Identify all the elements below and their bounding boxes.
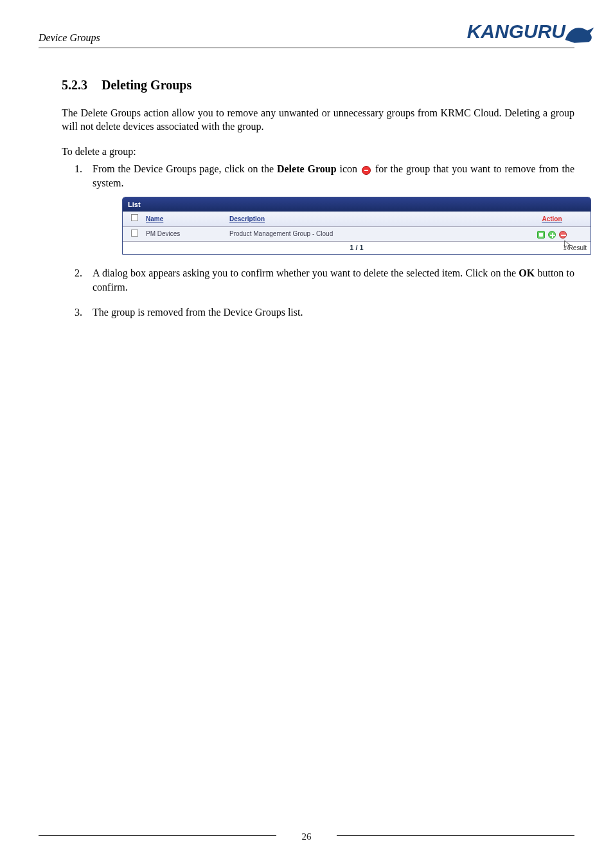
step-2-text-a: A dialog box appears asking you to confi…	[93, 267, 519, 278]
step-3-text: The group is removed from the Device Gro…	[93, 307, 303, 318]
row-checkbox[interactable]	[131, 230, 138, 237]
delete-group-icon[interactable]	[559, 231, 567, 239]
step-number: 1.	[75, 162, 82, 176]
table-row: PM Devices Product Management Group - Cl…	[123, 227, 591, 242]
pager-text: 1 / 1	[350, 243, 363, 253]
list-footer: 1 / 1 1 Result	[123, 242, 591, 254]
page-header: Device Groups KANGURU	[39, 32, 574, 48]
cursor-icon	[564, 240, 573, 250]
select-all-checkbox[interactable]	[131, 214, 138, 221]
header-checkbox-cell	[123, 212, 146, 226]
row-name: PM Devices	[146, 227, 229, 241]
step-1-text-c: icon	[337, 163, 360, 174]
lead-sentence: To delete a group:	[62, 145, 574, 159]
col-header-name[interactable]: Name	[146, 212, 229, 226]
delete-group-icon	[362, 166, 371, 175]
row-description: Product Management Group - Cloud	[229, 227, 513, 241]
brand-logo: KANGURU	[467, 21, 595, 46]
edit-group-icon[interactable]	[537, 231, 545, 239]
steps-list: 1. From the Device Groups page, click on…	[62, 162, 574, 320]
header-breadcrumb: Device Groups	[39, 32, 100, 44]
section-number: 5.2.3	[62, 78, 87, 93]
col-header-action: Action	[513, 212, 591, 226]
result-count: 1 Result	[563, 244, 587, 253]
list-title: List	[123, 197, 591, 212]
step-3: 3. The group is removed from the Device …	[75, 305, 574, 320]
step-number: 3.	[75, 305, 82, 320]
section-title: Deleting Groups	[102, 78, 191, 92]
step-number: 2.	[75, 266, 82, 280]
page-number: 26	[0, 831, 613, 842]
section-heading: 5.2.3Deleting Groups	[62, 78, 574, 93]
col-header-description[interactable]: Description	[229, 212, 513, 226]
step-2: 2. A dialog box appears asking you to co…	[75, 266, 574, 294]
step-1-text-b: Delete Group	[277, 163, 337, 174]
device-groups-list-screenshot: List Name Description Action PM Devices …	[122, 197, 591, 255]
kangaroo-icon	[564, 24, 595, 46]
step-2-text-b: OK	[519, 267, 535, 278]
list-header-row: Name Description Action	[123, 212, 591, 227]
row-actions	[513, 227, 591, 241]
step-1-text-a: From the Device Groups page, click on th…	[93, 163, 277, 174]
add-group-icon[interactable]	[548, 231, 556, 239]
row-checkbox-cell	[123, 227, 146, 242]
brand-logo-text: KANGURU	[467, 21, 565, 42]
intro-paragraph: The Delete Groups action allow you to re…	[62, 107, 574, 134]
step-1: 1. From the Device Groups page, click on…	[75, 162, 574, 255]
content-area: 5.2.3Deleting Groups The Delete Groups a…	[39, 78, 574, 320]
